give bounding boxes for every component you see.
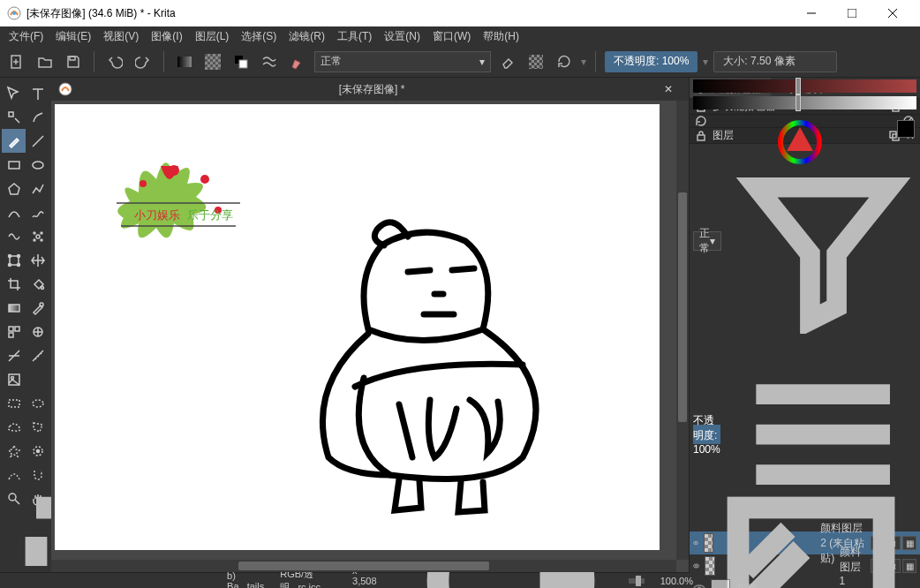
document-tab[interactable]: [未保存图像] * ✕ xyxy=(51,78,689,101)
horizontal-scrollbar[interactable] xyxy=(51,560,676,572)
refresh-icon[interactable] xyxy=(695,115,707,127)
svg-rect-94 xyxy=(738,508,884,588)
edit-shape-tool-icon[interactable] xyxy=(2,105,26,129)
smart-patch-tool-icon[interactable] xyxy=(26,320,49,343)
svg-point-23 xyxy=(17,254,19,257)
svg-rect-12 xyxy=(239,60,247,68)
menu-image[interactable]: 图像(I) xyxy=(147,27,185,46)
color-wheel-icon[interactable] xyxy=(778,120,822,164)
ellipse-tool-icon[interactable] xyxy=(26,153,49,177)
calligraphy-tool-icon[interactable] xyxy=(26,105,49,129)
vertical-scrollbar[interactable] xyxy=(676,101,689,560)
bezier-tool-icon[interactable] xyxy=(2,200,26,224)
status-zoom[interactable]: 100.0% xyxy=(660,576,693,586)
svg-rect-14 xyxy=(9,162,19,169)
canvas[interactable]: 小刀娱乐 乐于分享 xyxy=(55,104,660,550)
menu-layer[interactable]: 图层(L) xyxy=(192,27,233,46)
tab-title: [未保存图像] * xyxy=(79,82,664,97)
layer-blend-select[interactable]: 正常▾ xyxy=(693,231,721,251)
zoom-slider[interactable] xyxy=(629,578,645,584)
menu-select[interactable]: 选择(S) xyxy=(238,27,280,46)
transform-tool-icon[interactable] xyxy=(2,248,26,272)
visibility-icon[interactable] xyxy=(693,560,699,572)
brush-tool-icon[interactable] xyxy=(2,129,26,153)
menu-file[interactable]: 文件(F) xyxy=(5,27,47,46)
brush-preset-icon[interactable] xyxy=(286,50,309,73)
move-tool-icon[interactable] xyxy=(2,81,26,105)
fill-tool-icon[interactable] xyxy=(26,272,49,296)
hue-slider[interactable] xyxy=(693,79,916,93)
text-tool-icon[interactable] xyxy=(26,81,49,105)
dynamic-brush-tool-icon[interactable] xyxy=(2,224,26,248)
maximize-button[interactable] xyxy=(832,0,872,26)
polygon-tool-icon[interactable] xyxy=(2,177,26,200)
color-swap-icon[interactable] xyxy=(230,50,253,73)
lock-icon[interactable] xyxy=(695,130,707,142)
layer-row[interactable]: 背景 xyxy=(690,577,920,588)
svg-point-34 xyxy=(11,376,13,379)
measure-tool-icon[interactable] xyxy=(26,343,49,367)
svg-point-67 xyxy=(693,542,698,545)
gradient-icon[interactable] xyxy=(173,50,196,73)
reference-tool-icon[interactable] xyxy=(2,367,26,391)
top-toolbar: 正常▾ ▾ 不透明度: 100% ▾ 大小: 7.50 像素 xyxy=(0,46,920,78)
svg-point-69 xyxy=(694,564,699,568)
crop-tool-icon[interactable] xyxy=(2,272,26,296)
svg-point-43 xyxy=(140,180,147,187)
menu-filter[interactable]: 滤镜(R) xyxy=(285,27,328,46)
open-icon[interactable] xyxy=(34,50,57,73)
alpha-lock-icon[interactable] xyxy=(524,50,547,73)
menu-window[interactable]: 窗口(W) xyxy=(429,27,474,46)
new-icon[interactable] xyxy=(5,50,28,73)
polyline-tool-icon[interactable] xyxy=(26,177,49,200)
visibility-icon[interactable] xyxy=(693,537,698,549)
svg-point-68 xyxy=(695,542,697,544)
zoom-dropdown-icon[interactable] xyxy=(709,479,913,588)
wave-icon[interactable] xyxy=(258,50,281,73)
pattern-icon[interactable] xyxy=(201,50,224,73)
poly-select-tool-icon[interactable] xyxy=(26,415,49,439)
color-picker-tool-icon[interactable] xyxy=(26,296,49,320)
menu-tools[interactable]: 工具(T) xyxy=(334,27,375,46)
menu-edit[interactable]: 编辑(E) xyxy=(52,27,94,46)
lasso-select-tool-icon[interactable] xyxy=(2,415,26,439)
undo-icon[interactable] xyxy=(103,50,126,73)
svg-point-24 xyxy=(8,263,11,266)
save-icon[interactable] xyxy=(62,50,85,73)
svg-point-15 xyxy=(33,162,43,169)
eraser-icon[interactable] xyxy=(496,50,519,73)
fg-color-swatch[interactable] xyxy=(897,120,915,138)
color-select-tool-icon[interactable] xyxy=(26,439,49,463)
visibility-icon[interactable] xyxy=(693,583,705,588)
minimize-button[interactable] xyxy=(791,0,832,26)
svg-point-18 xyxy=(41,232,42,234)
freehand-path-tool-icon[interactable] xyxy=(26,200,49,224)
blend-mode-select[interactable]: 正常▾ xyxy=(314,51,491,72)
gradient-tool-icon[interactable] xyxy=(2,296,26,320)
assist-tool-icon[interactable] xyxy=(2,343,26,367)
move-layer-tool-icon[interactable] xyxy=(26,248,49,272)
multibrush-tool-icon[interactable] xyxy=(26,224,49,248)
svg-point-22 xyxy=(8,254,11,257)
close-window-button[interactable] xyxy=(872,0,913,26)
rect-select-tool-icon[interactable] xyxy=(2,391,26,415)
menu-settings[interactable]: 设置(N) xyxy=(381,27,424,46)
canvas-content-doodle xyxy=(302,201,593,550)
menu-help[interactable]: 帮助(H) xyxy=(479,27,523,46)
reload-icon[interactable] xyxy=(553,50,576,73)
value-slider[interactable] xyxy=(693,96,916,109)
rect-tool-icon[interactable] xyxy=(2,153,26,177)
layer-opacity-slider[interactable]: 不透明度: 100% xyxy=(693,425,720,444)
filter-icon[interactable] xyxy=(730,147,916,334)
ellipse-select-tool-icon[interactable] xyxy=(26,391,49,415)
opacity-slider[interactable]: 不透明度: 100% xyxy=(605,51,698,72)
menu-view[interactable]: 视图(V) xyxy=(100,27,142,46)
contig-select-tool-icon[interactable] xyxy=(2,439,26,463)
line-tool-icon[interactable] xyxy=(26,129,49,153)
svg-line-50 xyxy=(408,270,430,272)
size-slider[interactable]: 大小: 7.50 像素 xyxy=(713,51,837,72)
redo-icon[interactable] xyxy=(132,50,155,73)
tab-close-icon[interactable]: ✕ xyxy=(664,83,682,95)
app-logo-icon xyxy=(7,6,21,20)
pattern-edit-tool-icon[interactable] xyxy=(2,320,26,343)
